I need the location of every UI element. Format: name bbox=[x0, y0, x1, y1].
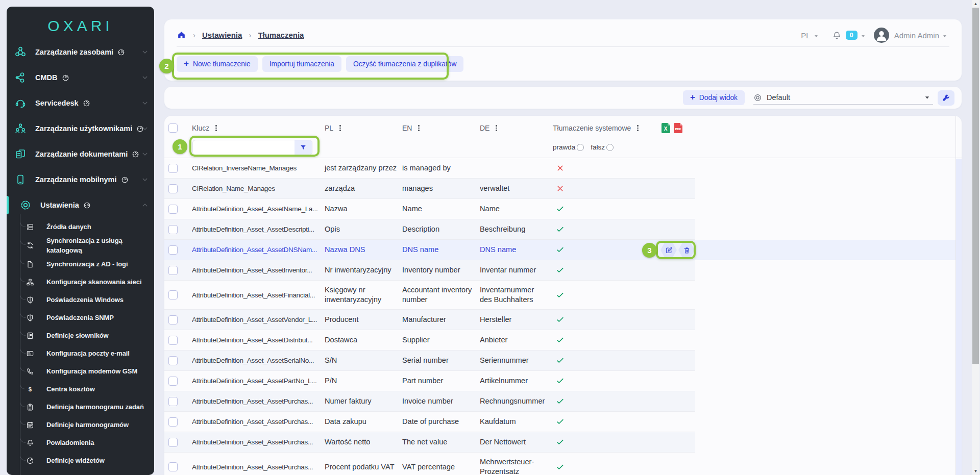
scroll-up-icon[interactable]: ▲ bbox=[972, 0, 979, 8]
cell-de: Mehrwertsteuer-Prozentsatz bbox=[480, 453, 553, 475]
home-icon[interactable] bbox=[177, 30, 186, 40]
row-checkbox[interactable] bbox=[168, 462, 178, 471]
page-scrollbar[interactable]: ▲ ▼ bbox=[972, 0, 979, 475]
column-menu-icon[interactable] bbox=[214, 124, 218, 132]
row-checkbox[interactable] bbox=[168, 164, 178, 173]
chevron-down-icon[interactable] bbox=[942, 34, 947, 39]
table-row[interactable]: AttributeDefinition_Asset_AssetFinancial… bbox=[164, 281, 695, 310]
sidebar-item-2[interactable]: CMDB bbox=[7, 65, 154, 90]
avatar[interactable] bbox=[874, 28, 889, 43]
row-checkbox[interactable] bbox=[168, 377, 178, 386]
sidebar-item-7[interactable]: Ustawienia bbox=[7, 192, 154, 218]
chevron-down-icon[interactable] bbox=[141, 151, 149, 158]
row-checkbox[interactable] bbox=[168, 417, 178, 427]
scroll-down-icon[interactable]: ▼ bbox=[972, 467, 979, 475]
chevron-down-icon[interactable] bbox=[924, 95, 930, 101]
chevron-down-icon[interactable] bbox=[814, 34, 819, 39]
filter-true-radio[interactable] bbox=[577, 144, 584, 151]
sidebar-subitem-15[interactable] bbox=[7, 469, 154, 475]
sidebar-subitem-label: Synchronizacja z usługą katalogową bbox=[46, 236, 154, 255]
table-row[interactable]: AttributeDefinition_Asset_AssetDNSNam...… bbox=[164, 240, 695, 260]
export-pdf-icon[interactable]: PDF bbox=[674, 123, 682, 133]
view-settings-button[interactable] bbox=[938, 90, 954, 106]
column-menu-icon[interactable] bbox=[495, 124, 498, 132]
filter-false-radio[interactable] bbox=[606, 144, 614, 151]
table-row[interactable]: AttributeDefinition_Asset_AssetPurchas..… bbox=[164, 412, 695, 432]
table-row[interactable]: AttributeDefinition_Asset_AssetInventor.… bbox=[164, 260, 695, 281]
row-checkbox[interactable] bbox=[168, 397, 178, 406]
table-row[interactable]: AttributeDefinition_Asset_AssetVendor_L.… bbox=[164, 310, 695, 330]
breadcrumb-ustawienia[interactable]: Ustawienia bbox=[202, 31, 242, 39]
table-row[interactable]: AttributeDefinition_Asset_AssetPurchas..… bbox=[164, 391, 695, 412]
sidebar-item-6[interactable]: Zarządzanie mobilnymi bbox=[7, 167, 154, 192]
table-row[interactable]: AttributeDefinition_Asset_AssetSerialNo.… bbox=[164, 351, 695, 371]
export-excel-icon[interactable]: X bbox=[662, 123, 670, 133]
sidebar-subitem-7[interactable]: Definicje słowników bbox=[7, 327, 154, 344]
table-row[interactable]: AttributeDefinition_Asset_AssetPurchas..… bbox=[164, 432, 695, 453]
bell-icon[interactable] bbox=[832, 31, 842, 40]
table-row[interactable]: AttributeDefinition_Asset_AssetPurchas..… bbox=[164, 453, 695, 475]
table-row[interactable]: AttributeDefinition_Asset_AssetName_La..… bbox=[164, 199, 695, 219]
sidebar-subitem-11[interactable]: Definicja harmonogramu zadań bbox=[7, 398, 154, 416]
row-checkbox[interactable] bbox=[168, 205, 178, 214]
add-view-button[interactable]: +Dodaj widok bbox=[683, 90, 745, 105]
table-row[interactable]: AttributeDefinition_Asset_AssetDistribut… bbox=[164, 330, 695, 351]
cell-system bbox=[553, 333, 695, 347]
language-selector[interactable]: PL bbox=[801, 31, 810, 40]
cell-pl: S/N bbox=[325, 353, 402, 368]
chevron-down-icon[interactable] bbox=[141, 176, 149, 183]
sidebar-subitem-6[interactable]: Poświadczenia SNMP bbox=[7, 309, 154, 327]
cell-key: CIRelation_InverseName_Manages bbox=[192, 161, 325, 176]
row-checkbox[interactable] bbox=[168, 225, 178, 234]
sidebar-subitem-9[interactable]: Konfiguracja modemów GSM bbox=[7, 362, 154, 380]
table-row[interactable]: CIRelation_Name_Manageszarządzamanagesve… bbox=[164, 179, 695, 199]
table-right-rail bbox=[955, 116, 962, 475]
column-menu-icon[interactable] bbox=[636, 124, 640, 132]
row-checkbox[interactable] bbox=[168, 356, 178, 365]
chevron-down-icon[interactable] bbox=[141, 48, 149, 56]
sidebar-subitem-10[interactable]: $Centra kosztów bbox=[7, 380, 154, 398]
sidebar-subitem-label: Definicje słowników bbox=[46, 331, 111, 340]
sidebar-item-4[interactable]: Zarządzanie użytkownikami bbox=[7, 116, 154, 141]
chevron-down-icon[interactable] bbox=[141, 74, 149, 81]
sidebar-subitem-2[interactable]: Synchronizacja z usługą katalogową bbox=[7, 236, 154, 255]
row-checkbox[interactable] bbox=[168, 245, 178, 255]
scrollbar-thumb[interactable] bbox=[972, 8, 979, 364]
sidebar-subitem-13[interactable]: Powiadomienia bbox=[7, 434, 154, 452]
row-checkbox[interactable] bbox=[168, 266, 178, 275]
tree-connector bbox=[20, 214, 26, 227]
sidebar-subitem-1[interactable]: Źródła danych bbox=[7, 218, 154, 236]
user-name[interactable]: Admin Admin bbox=[894, 31, 939, 40]
chevron-down-icon[interactable] bbox=[141, 99, 149, 107]
table-row[interactable]: CIRelation_InverseName_Managesjest zarzą… bbox=[164, 158, 695, 179]
column-menu-icon[interactable] bbox=[417, 124, 421, 132]
breadcrumb-tlumaczenia[interactable]: Tłumaczenia bbox=[258, 31, 304, 39]
select-all-checkbox[interactable] bbox=[168, 123, 178, 133]
table-row[interactable]: AttributeDefinition_Asset_AssetDescripti… bbox=[164, 219, 695, 240]
sidebar-subitem-5[interactable]: Poświadczenia Windows bbox=[7, 291, 154, 309]
sidebar-item-3[interactable]: Servicedesk bbox=[7, 90, 154, 116]
sidebar-subitem-12[interactable]: Definicje harmonogramów bbox=[7, 416, 154, 434]
chevron-down-icon[interactable] bbox=[141, 125, 149, 132]
row-checkbox[interactable] bbox=[168, 184, 178, 193]
row-checkbox[interactable] bbox=[168, 290, 178, 299]
cell-en: Manufacturer bbox=[402, 312, 480, 327]
column-menu-icon[interactable] bbox=[338, 124, 342, 132]
sidebar-subitem-8[interactable]: Konfiguracja poczty e-mail bbox=[7, 344, 154, 362]
tree-connector bbox=[20, 252, 26, 264]
row-checkbox[interactable] bbox=[168, 438, 178, 447]
chevron-up-icon[interactable] bbox=[141, 202, 149, 209]
sidebar-item-5[interactable]: Zarządzanie dokumentami bbox=[7, 141, 154, 167]
sidebar-subitem-14[interactable]: Definicje widżetów bbox=[7, 452, 154, 469]
cell-de: Inventarnummer des Buchhalters bbox=[480, 281, 553, 309]
row-checkbox[interactable] bbox=[168, 315, 178, 324]
view-selector[interactable]: Default bbox=[753, 91, 933, 105]
chevron-down-icon[interactable] bbox=[861, 34, 866, 39]
row-checkbox[interactable] bbox=[168, 336, 178, 345]
sidebar-subitem-3[interactable]: Synchronizacja z AD - logi bbox=[7, 255, 154, 273]
sidebar-subitem-label: Centra kosztów bbox=[46, 384, 97, 394]
sidebar-item-1[interactable]: Zarządzanie zasobami bbox=[7, 39, 154, 65]
notification-badge[interactable]: 0 bbox=[846, 31, 857, 40]
table-row[interactable]: AttributeDefinition_Asset_AssetPartNo_L.… bbox=[164, 371, 695, 391]
sidebar-subitem-4[interactable]: Konfiguracje skanowania sieci bbox=[7, 273, 154, 291]
